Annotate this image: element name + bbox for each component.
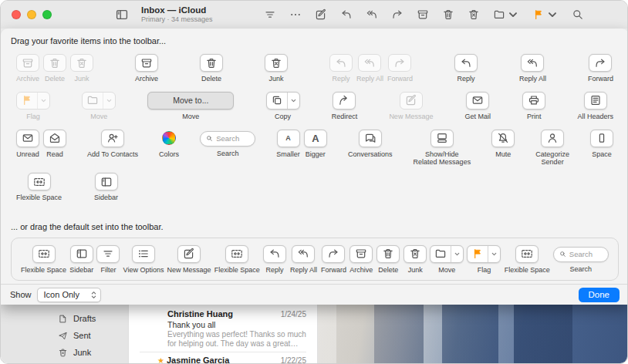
sidebar-toggle-button[interactable]: [115, 8, 129, 22]
toolbar-item-junk[interactable]: Junk: [265, 54, 288, 83]
toolbar-item-search[interactable]: SearchSearch: [553, 245, 609, 274]
search-button[interactable]: [572, 8, 584, 21]
toolbar-item-unread-read[interactable]: UnreadRead: [16, 130, 66, 159]
show-label: Show: [10, 290, 32, 299]
sidebar-item-drafts[interactable]: Drafts: [58, 310, 128, 327]
close-button[interactable]: [12, 10, 21, 19]
toolbar-item-reply-all[interactable]: Reply All: [519, 54, 546, 83]
toolbar-item-copy[interactable]: Copy: [266, 92, 300, 121]
forward-button[interactable]: [391, 8, 403, 21]
zoom-button[interactable]: [42, 10, 52, 19]
toolbar-item-mute[interactable]: Mute: [491, 130, 515, 159]
more-button[interactable]: [289, 8, 302, 21]
envelope-icon: [22, 132, 34, 144]
move-button[interactable]: [493, 8, 519, 21]
item-button: [333, 92, 356, 110]
item-label: Delete: [45, 75, 65, 83]
reply-icon: [268, 248, 281, 260]
item-button: [430, 245, 464, 263]
item-button: [589, 54, 612, 72]
window-subtitle: Primary · 34 messages: [141, 16, 213, 24]
toolbar-item-new-message[interactable]: New Message: [389, 92, 433, 121]
toolbar-item-forward[interactable]: Forward: [588, 54, 613, 83]
toolbar-item-archive[interactable]: Archive: [135, 54, 158, 83]
sidebar-item-junk[interactable]: Junk: [58, 344, 128, 361]
message-photo-preview: [318, 305, 628, 364]
item-label: All Headers: [577, 113, 613, 121]
item-label: Add To Contacts: [87, 150, 138, 159]
message-row[interactable]: ★Jasmine Garcia1/22/25: [140, 352, 306, 364]
archive-button[interactable]: [417, 8, 429, 21]
item-button: [454, 54, 478, 72]
toolbar-item-search[interactable]: SearchSearch: [200, 130, 255, 158]
toolbar-item-move[interactable]: Move: [82, 92, 116, 121]
toolbar-item-reply-reply-all-forward[interactable]: ReplyReply AllForward: [329, 54, 413, 83]
toolbar-item-categorize-sender[interactable]: Categorize Sender: [535, 130, 569, 167]
toolbar-item-flag[interactable]: Flag: [467, 245, 501, 275]
message-row[interactable]: Christine Huang1/24/25Thank you allEvery…: [140, 309, 306, 349]
toolbar-item-filter[interactable]: Filter: [96, 245, 120, 275]
filter-button[interactable]: [264, 8, 276, 21]
categorize-icon: [546, 132, 559, 144]
toolbar-item-flexible-space[interactable]: Flexible Space: [21, 245, 66, 275]
toolbar-item-sidebar[interactable]: Sidebar: [69, 245, 93, 275]
replyall-icon: [363, 57, 376, 69]
item-button: [349, 245, 373, 263]
delete-button[interactable]: [442, 8, 454, 21]
item-label: Move: [438, 266, 455, 275]
sidebar-item-sent[interactable]: Sent: [58, 327, 128, 344]
toolbar-item-space[interactable]: Space: [590, 130, 613, 159]
toolbar-item-view-options[interactable]: View Options: [123, 245, 164, 275]
toolbar-item-move[interactable]: Move to...Move: [147, 92, 234, 121]
junk-button[interactable]: [468, 8, 480, 21]
item-label: Flag: [478, 266, 491, 275]
search-field: Search: [200, 131, 255, 147]
toolbar-item-redirect[interactable]: Redirect: [332, 92, 358, 121]
toolbar-item-flexible-space[interactable]: Flexible Space: [16, 173, 62, 202]
toolbar-item-move[interactable]: Move: [430, 245, 464, 275]
archivebox-icon: [22, 57, 34, 69]
flag-button[interactable]: [532, 8, 559, 21]
toolbar-item-show-hide-related-messages[interactable]: Show/Hide Related Messages: [414, 130, 471, 167]
item-button: A: [277, 130, 300, 147]
toolbar-item-sidebar[interactable]: Sidebar: [94, 173, 118, 202]
palette-row-1: ArchiveDeleteJunkArchiveDeleteJunkReplyR…: [1, 54, 628, 83]
show-mode-value: Icon Only: [44, 290, 79, 299]
chevron-down-icon: [454, 251, 461, 258]
item-label: Forward: [321, 266, 346, 275]
replyall-icon: [526, 57, 539, 69]
done-button[interactable]: Done: [579, 288, 620, 302]
minimize-button[interactable]: [27, 10, 36, 19]
toolbar-item-archive-delete-junk[interactable]: ArchiveDeleteJunk: [16, 54, 93, 83]
item-label: Reply: [332, 75, 349, 83]
toolbar-item-colors[interactable]: Colors: [159, 130, 179, 159]
toolbar-item-new-message[interactable]: New Message: [167, 245, 211, 275]
item-button: [467, 245, 501, 263]
toolbar-item-conversations[interactable]: Conversations: [348, 130, 393, 159]
toolbar-item-all-headers[interactable]: All Headers: [577, 92, 613, 121]
toolbar-item-add-to-contacts[interactable]: Add To Contacts: [87, 130, 138, 159]
viewoptions-icon: [137, 248, 150, 260]
toolbar-item-print[interactable]: Print: [522, 92, 545, 121]
toolbar-item-reply-reply-all-forward[interactable]: ReplyReply AllForward: [263, 245, 346, 275]
toolbar-item-flexible-space[interactable]: Flexible Space: [505, 245, 550, 275]
show-mode-dropdown[interactable]: Icon Only: [37, 288, 101, 302]
reply-all-button[interactable]: [366, 8, 378, 21]
item-button: [584, 92, 607, 110]
toolbar-item-flag[interactable]: Flag: [16, 92, 50, 121]
toolbar-item-flexible-space[interactable]: Flexible Space: [214, 245, 260, 275]
item-label: Read: [46, 150, 63, 159]
item-label: Get Mail: [465, 113, 491, 121]
new-message-button[interactable]: [315, 8, 327, 21]
toolbar-item-delete[interactable]: Delete: [200, 54, 223, 83]
toolbar-item-reply[interactable]: Reply: [454, 54, 478, 83]
item-label: Flexible Space: [21, 266, 66, 275]
toolbar-item-archive-delete-junk[interactable]: ArchiveDeleteJunk: [349, 245, 427, 275]
item-button: [403, 245, 427, 263]
palette-row-2: FlagMoveMove to...MoveCopyRedirectNew Me…: [1, 92, 628, 121]
related-icon: [436, 132, 448, 144]
reply-button[interactable]: [340, 8, 353, 21]
toolbar-item-smaller-bigger[interactable]: ASmallerABigger: [276, 130, 327, 159]
toolbar-item-get-mail[interactable]: Get Mail: [465, 92, 491, 121]
folder-icon: [86, 94, 99, 106]
